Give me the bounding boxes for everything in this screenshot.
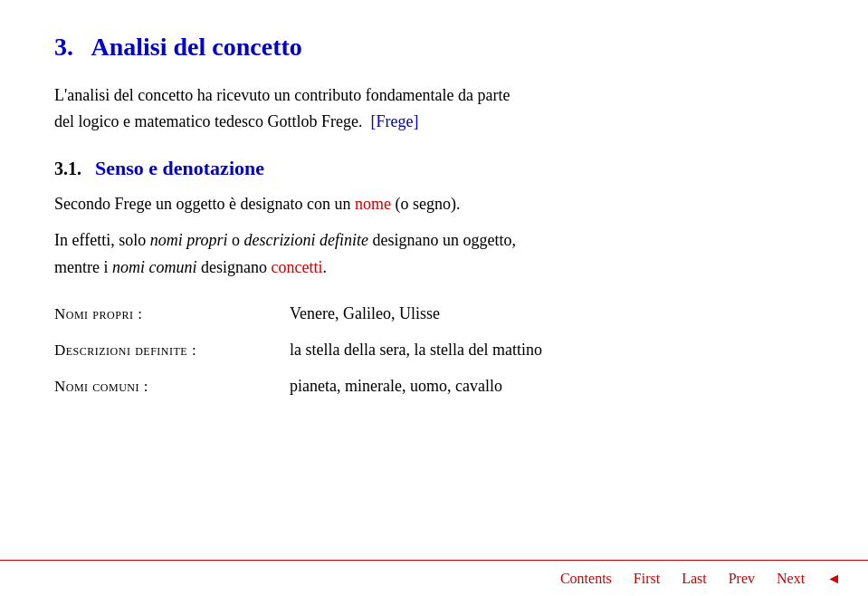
- def-label-descrizioni: Descrizioni definite :: [54, 335, 290, 366]
- def-label-nomi-comuni: Nomi comuni :: [54, 371, 290, 402]
- paragraph-1: Secondo Frege un oggetto è designato con…: [54, 191, 814, 218]
- nav-contents[interactable]: Contents: [560, 571, 612, 587]
- section-title: Analisi del concetto: [91, 33, 301, 61]
- subsection-title: Senso e denotazione: [95, 157, 264, 179]
- para2-line2-start: mentre i: [54, 258, 112, 276]
- para2-punct: .: [322, 258, 327, 276]
- para2-start: In effetti, solo: [54, 231, 150, 249]
- nav-prev[interactable]: Prev: [729, 571, 755, 587]
- nav-last[interactable]: Last: [682, 571, 707, 587]
- nome-link[interactable]: nome: [355, 195, 391, 213]
- paragraph-2: In effetti, solo nomi propri o descrizio…: [54, 227, 814, 281]
- frege-reference[interactable]: [Frege]: [370, 112, 418, 130]
- section-number: 3.: [54, 33, 73, 61]
- para2-end1: designano un oggetto,: [368, 231, 516, 249]
- nav-first[interactable]: First: [634, 571, 660, 587]
- intro-line1: L'analisi del concetto ha ricevuto un co…: [54, 86, 510, 104]
- section-heading: 3. Analisi del concetto: [54, 27, 814, 68]
- def-label-nomi-propri: Nomi propri :: [54, 299, 290, 330]
- para1-text-end: (o segno).: [391, 195, 460, 213]
- nomi-comuni-text: nomi comuni: [112, 258, 197, 276]
- def-row-nomi-comuni: Nomi comuni : pianeta, minerale, uomo, c…: [54, 370, 814, 402]
- main-content: 3. Analisi del concetto L'analisi del co…: [0, 0, 868, 478]
- para1-text-start: Secondo Frege un oggetto è designato con…: [54, 195, 355, 213]
- para2-line2-end: designano: [196, 258, 271, 276]
- concetti-text: concetti: [271, 258, 322, 276]
- def-row-nomi-propri: Nomi propri : Venere, Galileo, Ulisse: [54, 297, 814, 330]
- def-value-nomi-comuni: pianeta, minerale, uomo, cavallo: [290, 370, 502, 402]
- def-value-descrizioni: la stella della sera, la stella del matt…: [290, 333, 542, 366]
- nomi-propri-text: nomi propri: [150, 231, 228, 249]
- subsection-number-text: 3.1.: [54, 159, 81, 178]
- intro-line2: del logico e matematico tedesco Gottlob …: [54, 112, 362, 130]
- descrizioni-definite-text: descrizioni definite: [244, 231, 368, 249]
- bottom-nav-bar: Contents First Last Prev Next ◄: [0, 560, 868, 596]
- def-value-nomi-propri: Venere, Galileo, Ulisse: [290, 297, 440, 330]
- intro-paragraph: L'analisi del concetto ha ricevuto un co…: [54, 82, 814, 136]
- nav-next[interactable]: Next: [777, 571, 805, 587]
- definitions-block: Nomi propri : Venere, Galileo, Ulisse De…: [54, 297, 814, 402]
- nav-arrow-icon: ◄: [826, 571, 841, 587]
- subsection-heading: 3.1. Senso e denotazione: [54, 152, 814, 184]
- para2-mid: o: [228, 231, 244, 249]
- def-row-descrizioni-definite: Descrizioni definite : la stella della s…: [54, 333, 814, 366]
